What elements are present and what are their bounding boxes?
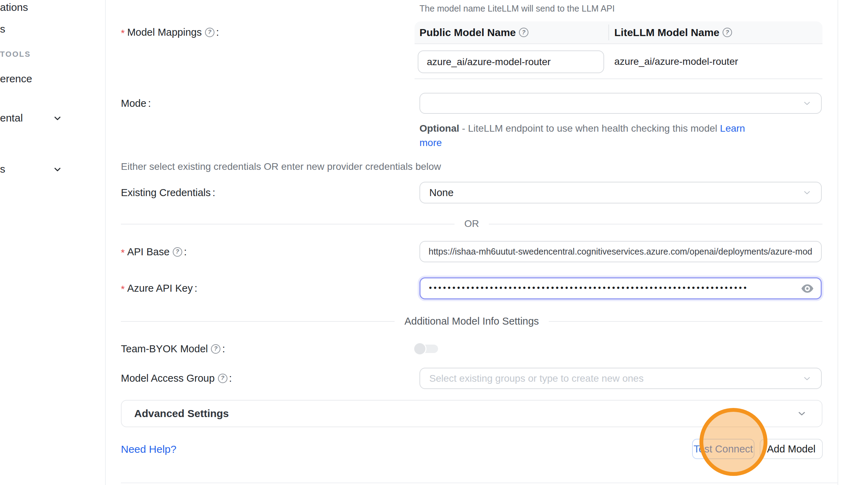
required-asterisk: *: [121, 247, 125, 259]
toggle-knob: [414, 343, 425, 354]
header-litellm-model-name: LiteLLM Model Name ?: [608, 27, 732, 39]
add-model-button[interactable]: Add Model: [760, 439, 823, 459]
azure-api-key-label: * Azure API Key :: [121, 282, 197, 295]
team-byok-label: Team-BYOK Model ? :: [121, 342, 225, 355]
sidebar-item-organizations[interactable]: ations: [0, 1, 28, 13]
public-model-name-input[interactable]: [418, 50, 604, 73]
api-base-input[interactable]: [419, 241, 822, 262]
learn-more-link[interactable]: Learn: [720, 123, 745, 134]
mode-label: Mode :: [121, 97, 151, 110]
litellm-model-name-value: azure_ai/azure-model-router: [614, 44, 738, 79]
sidebar-section-tools: TOOLS: [0, 50, 31, 59]
sidebar-item-2[interactable]: s: [0, 23, 5, 35]
chevron-down-icon: [802, 98, 812, 108]
sidebar-border: [105, 0, 106, 485]
sidebar-item-experimental[interactable]: ental: [0, 112, 23, 124]
column-divider: [608, 25, 609, 40]
chevron-down-icon[interactable]: [53, 113, 62, 123]
model-access-group-select[interactable]: Select existing groups or type to create…: [419, 368, 822, 389]
team-byok-toggle[interactable]: [414, 343, 438, 354]
table-header: Public Model Name ? LiteLLM Model Name ?: [415, 21, 822, 43]
existing-credentials-select[interactable]: None: [419, 182, 822, 203]
content-right-border: [838, 0, 838, 485]
learn-more-link[interactable]: more: [419, 137, 442, 148]
chevron-down-icon: [802, 188, 812, 198]
or-divider: OR: [121, 217, 822, 231]
panel-bottom-border: [121, 483, 838, 483]
model-name-hint: The model name LiteLLM will send to the …: [419, 4, 615, 14]
question-circle-icon[interactable]: ?: [211, 344, 220, 354]
model-mappings-table: Public Model Name ? LiteLLM Model Name ?…: [415, 21, 822, 79]
sidebar-item-reference[interactable]: erence: [0, 73, 32, 85]
add-model-page: ations s TOOLS erence ental s The model …: [0, 0, 868, 485]
test-connect-button[interactable]: Test Connect: [692, 439, 754, 459]
question-circle-icon[interactable]: ?: [519, 28, 528, 37]
sidebar: ations s TOOLS erence ental s: [0, 0, 105, 485]
masked-api-key: ••••••••••••••••••••••••••••••••••••••••…: [421, 283, 792, 293]
api-base-label: * API Base ? :: [121, 245, 187, 258]
show-password-eye-icon[interactable]: [800, 283, 814, 294]
model-access-group-label: Model Access Group ? :: [121, 372, 232, 384]
question-circle-icon[interactable]: ?: [205, 28, 214, 37]
mode-select[interactable]: [419, 93, 822, 114]
model-mappings-label: * Model Mappings ? :: [121, 26, 219, 39]
advanced-settings-toggle[interactable]: Advanced Settings: [121, 400, 822, 427]
additional-info-divider: Additional Model Info Settings: [121, 314, 822, 328]
existing-credentials-label: Existing Credentials :: [121, 186, 215, 199]
question-circle-icon[interactable]: ?: [218, 374, 227, 383]
required-asterisk: *: [121, 27, 125, 40]
azure-api-key-input[interactable]: ••••••••••••••••••••••••••••••••••••••••…: [419, 277, 822, 299]
question-circle-icon[interactable]: ?: [723, 28, 732, 37]
table-row: azure_ai/azure-model-router: [415, 44, 822, 79]
required-asterisk: *: [121, 283, 125, 296]
question-circle-icon[interactable]: ?: [173, 247, 182, 257]
chevron-down-icon: [802, 374, 812, 383]
credentials-note: Either select existing credentials OR en…: [121, 161, 441, 172]
chevron-down-icon: [797, 408, 807, 419]
chevron-down-icon[interactable]: [53, 165, 62, 174]
mode-help-text: Optional - LiteLLM endpoint to use when …: [419, 121, 745, 150]
select-placeholder: Select existing groups or type to create…: [420, 373, 644, 384]
need-help-link[interactable]: Need Help?: [121, 443, 176, 455]
header-public-model-name: Public Model Name ?: [415, 27, 608, 39]
sidebar-item-settings[interactable]: s: [0, 163, 5, 175]
